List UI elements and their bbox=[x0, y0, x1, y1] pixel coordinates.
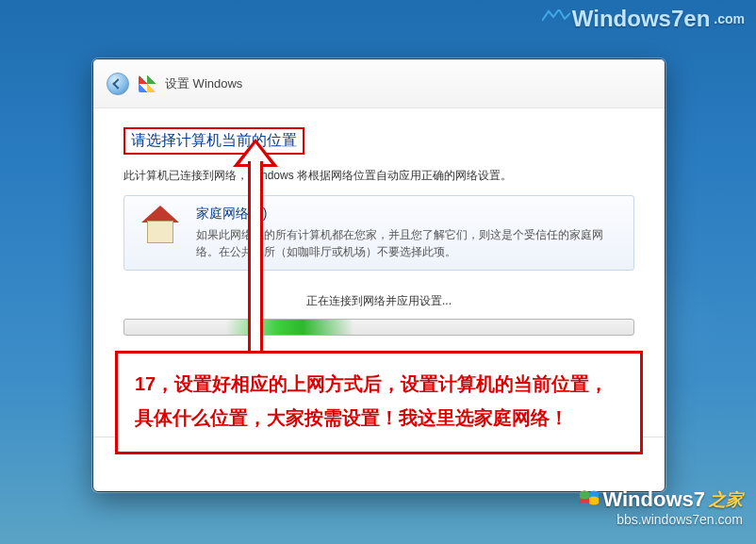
option-title: 家庭网络(H) bbox=[196, 206, 620, 223]
house-icon bbox=[138, 206, 183, 247]
headline: 请选择计算机当前的位置 bbox=[123, 127, 304, 155]
watermark-bottom-brand: Windows7 bbox=[602, 487, 705, 512]
dialog-title: 设置 Windows bbox=[165, 75, 242, 92]
subtext: 此计算机已连接到网络，Windows 将根据网络位置自动应用正确的网络设置。 bbox=[123, 168, 634, 184]
option-desc: 如果此网络上的所有计算机都在您家，并且您了解它们，则这是个受信任的家庭网络。在公… bbox=[196, 226, 620, 260]
progress-label: 正在连接到网络并应用设置... bbox=[123, 293, 634, 309]
progress-bar bbox=[123, 319, 634, 336]
dialog-body: 请选择计算机当前的位置 此计算机已连接到网络，Windows 将根据网络位置自动… bbox=[93, 108, 665, 354]
progress-fill bbox=[226, 320, 353, 335]
option-text: 家庭网络(H) 如果此网络上的所有计算机都在您家，并且您了解它们，则这是个受信任… bbox=[196, 206, 620, 260]
dialog-header: 设置 Windows bbox=[93, 59, 665, 108]
watermark-top-brand: Windows7en bbox=[572, 6, 710, 32]
mountain-icon bbox=[542, 2, 570, 28]
windows-flag-small-icon bbox=[580, 487, 599, 512]
annotation-caption: 17，设置好相应的上网方式后，设置计算机的当前位置，具体什么位置，大家按需设置！… bbox=[115, 351, 643, 454]
watermark-bottom-zhijia: 之家 bbox=[709, 488, 743, 511]
watermark-bottom-url: bbs.windows7en.com bbox=[580, 512, 743, 527]
back-orb-icon[interactable] bbox=[107, 73, 129, 95]
windows-flag-icon bbox=[139, 75, 156, 92]
option-home-network[interactable]: 家庭网络(H) 如果此网络上的所有计算机都在您家，并且您了解它们，则这是个受信任… bbox=[123, 195, 634, 271]
watermark-bottom: Windows7 之家 bbs.windows7en.com bbox=[580, 487, 743, 527]
progress-area: 正在连接到网络并应用设置... bbox=[123, 293, 634, 336]
watermark-top-suffix: .com bbox=[714, 11, 745, 26]
watermark-top: Windows7en.com bbox=[542, 6, 745, 32]
